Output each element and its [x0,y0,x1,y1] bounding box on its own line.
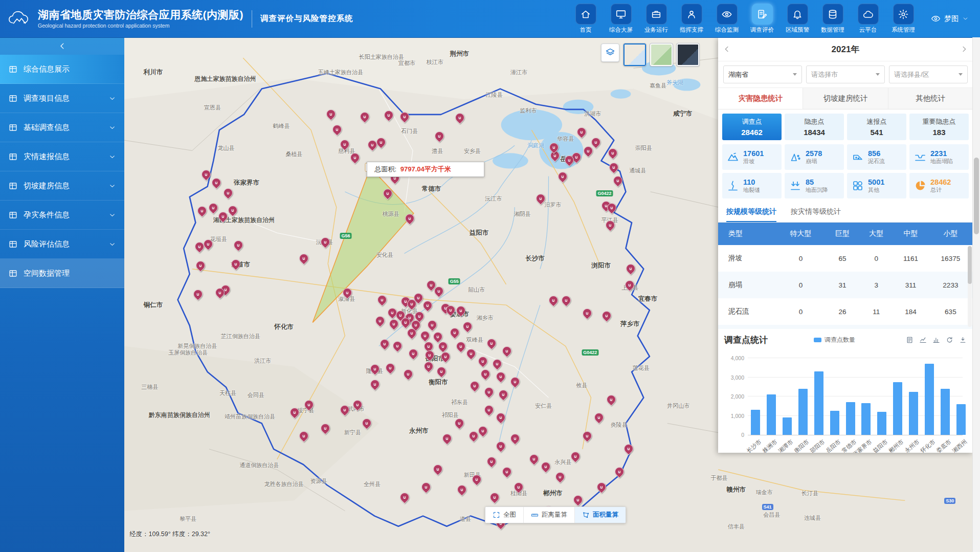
distance-measure-button[interactable]: 距离量算 [523,507,574,523]
sub-tab-0[interactable]: 按规模等级统计 [726,207,776,222]
chart-bar[interactable] [798,389,808,435]
table-row[interactable]: 滑坡0650116116375 [718,245,973,272]
chart-bar[interactable] [925,364,934,435]
landslide-glyph: ∪ [435,287,443,295]
sidebar-item-slope[interactable]: 切坡建房信息 [0,171,124,201]
nav-item-command[interactable]: 指挥支撑 [677,4,706,34]
table-row[interactable]: 地面塌陷07593951752 [718,325,973,329]
user-menu[interactable]: 梦图 [931,14,969,24]
landslide-glyph: ∪ [384,189,392,197]
tab-2[interactable]: 其他统计 [888,88,973,109]
landslide-glyph: ∪ [559,172,567,181]
full-measure-button[interactable]: 全图 [485,507,523,523]
stat-box[interactable]: 速报点541 [847,114,906,140]
stat-box[interactable]: 隐患点18434 [785,114,844,140]
stat-box[interactable]: 调查点28462 [722,114,782,140]
region-select-0[interactable]: 湖南省 [723,65,802,83]
prev-year-button[interactable] [718,40,736,58]
basemap-satellite-thumbnail[interactable] [677,43,699,66]
sidebar: 综合信息展示调查项目信息基础调查信息灾情速报信息切坡建房信息孕灾条件信息风险评估… [0,37,124,552]
measure-tooltip: 总面积: 9797.04平方千米 [367,162,484,177]
layers-button[interactable] [601,43,619,62]
chart-bar[interactable] [877,412,886,435]
chart-bar[interactable] [767,394,776,435]
landslide-glyph: ∪ [542,462,550,471]
hazard-cell[interactable]: 17601滑坡 [722,144,782,170]
bar-chart-icon[interactable] [932,336,940,344]
nav-item-survey[interactable]: 调查评价 [748,4,776,34]
table-cell: 9 [859,325,893,329]
x-axis-label: 益阳市 [872,438,889,453]
chart-bar[interactable] [941,389,950,435]
hazard-cell[interactable]: 2231地面塌陷 [909,144,969,170]
sidebar-item-risk[interactable]: 风险评估信息 [0,230,124,259]
table-row[interactable]: 崩塌03133112233 [718,272,973,298]
nav-item-system[interactable]: 系统管理 [889,4,918,34]
sub-tab-1[interactable]: 按灾情等级统计 [791,207,841,222]
hazard-value: 2231 [930,149,953,158]
refresh-icon[interactable] [946,336,953,344]
download-icon[interactable] [959,336,967,344]
chart-bar[interactable] [893,382,902,435]
nav-item-cloud[interactable]: 云平台 [854,4,882,34]
chart-bar[interactable] [909,392,918,435]
tab-1[interactable]: 切坡建房统计 [803,88,888,109]
area-measure-button[interactable]: 面积量算 [574,507,626,523]
layers-icon [605,48,615,58]
sidebar-item-spatial[interactable]: 空间数据管理 [0,259,124,288]
hazard-cell[interactable]: 2578崩塌 [785,144,844,170]
hazard-cell[interactable]: 110地裂缝 [722,173,782,198]
next-year-button[interactable] [955,40,973,58]
hazard-cell[interactable]: 28462总计 [909,173,969,198]
hazard-cell[interactable]: 85地面沉降 [785,173,844,198]
chart-bar[interactable] [956,404,966,435]
nav-item-warning[interactable]: 区域预警 [783,4,812,34]
basemap-terrain-thumbnail[interactable] [650,43,673,66]
tab-0[interactable]: 灾害隐患统计 [718,88,803,109]
page-scrollbar-thumb[interactable] [974,158,979,234]
landslide-glyph: ∪ [408,329,416,337]
sidebar-item-condition[interactable]: 孕灾条件信息 [0,201,124,230]
nav-item-data[interactable]: 数据管理 [818,4,847,34]
data-view-icon[interactable] [906,336,914,344]
x-axis-label: 湘潭市 [777,438,795,453]
chart-bar[interactable] [861,403,871,435]
chart-bar[interactable] [783,417,792,435]
stat-box[interactable]: 重要隐患点183 [909,114,969,140]
sidebar-item-overview[interactable]: 综合信息展示 [0,55,124,84]
table-scrollbar-thumb[interactable] [968,246,972,284]
nav-item-home[interactable]: 首页 [571,4,600,34]
eye-icon [931,14,941,24]
nav-item-business[interactable]: 业务运行 [642,4,671,34]
select-value: 请选择市 [811,70,838,79]
basemap-street-thumbnail[interactable] [623,43,646,66]
landslide-glyph: ∪ [404,370,412,378]
chart-bar[interactable] [846,402,855,435]
region-select-2[interactable]: 请选择县/区 [889,65,968,83]
x-axis-label: 株洲市 [761,438,779,453]
line-chart-icon[interactable] [919,336,927,344]
sidebar-item-basic[interactable]: 基础调查信息 [0,113,124,142]
hazard-cell[interactable]: 856泥石流 [847,144,906,170]
sidebar-collapse-button[interactable] [0,37,124,55]
landslide-glyph: ∪ [479,427,487,435]
landslide-glyph: ∪ [204,240,212,248]
nav-item-bigscreen[interactable]: 综合大屏 [607,4,635,34]
nav-item-monitor[interactable]: 综合监测 [712,4,741,34]
landslide-glyph: ∪ [439,342,447,350]
hazard-cell[interactable]: 5001其他 [847,173,906,198]
hazard-label: 地裂缝 [743,187,760,194]
sidebar-item-label: 调查项目信息 [24,94,70,103]
chart-bar[interactable] [814,371,823,435]
sidebar-item-project[interactable]: 调查项目信息 [0,84,124,113]
x-axis-label: 衡阳市 [793,438,811,453]
grade-statistics-table: 类型特大型巨型大型中型小型滑坡0650116116375崩塌0313311223… [718,223,973,329]
table-row[interactable]: 泥石流02611184635 [718,298,973,325]
chart-bar[interactable] [751,410,760,435]
chart-bar[interactable] [830,411,839,435]
table-cell: 滑坡 [718,245,776,272]
sidebar-item-report[interactable]: 灾情速报信息 [0,142,124,171]
chart-legend[interactable]: 调查点数量 [814,336,855,344]
region-select-1[interactable]: 请选择市 [806,65,885,83]
landslide-glyph: ∪ [515,483,523,491]
